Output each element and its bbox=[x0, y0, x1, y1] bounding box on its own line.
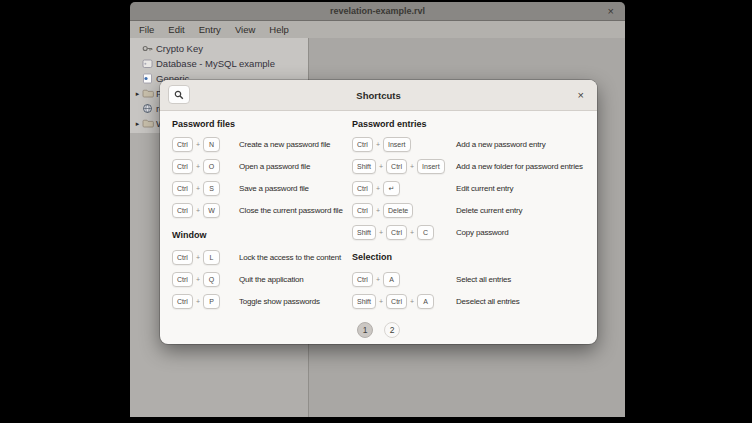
shortcut-description: Deselect all entries bbox=[456, 297, 520, 306]
shortcut-description: Edit current entry bbox=[456, 184, 513, 193]
expander-icon[interactable]: ▸ bbox=[133, 90, 142, 98]
plus-separator: + bbox=[410, 229, 414, 236]
key-ctrl: Ctrl bbox=[352, 137, 373, 152]
key-ctrl: Ctrl bbox=[172, 294, 193, 309]
plus-separator: + bbox=[196, 185, 200, 192]
shortcut-description: Select all entries bbox=[456, 275, 511, 284]
plus-separator: + bbox=[379, 298, 383, 305]
plus-separator: + bbox=[410, 163, 414, 170]
shortcuts-dialog: Shortcuts × Password filesCtrl+NCreate a… bbox=[160, 80, 597, 344]
shortcut-row: Ctrl+↵Edit current entry bbox=[352, 177, 585, 199]
key-ctrl: Ctrl bbox=[352, 181, 373, 196]
key-s: S bbox=[203, 181, 220, 196]
shortcut-row: Ctrl+QQuit the application bbox=[172, 268, 352, 290]
plus-separator: + bbox=[196, 207, 200, 214]
key-return: ↵ bbox=[383, 181, 400, 196]
shortcut-keys: Ctrl+Delete bbox=[352, 203, 451, 218]
expander-icon[interactable]: ▸ bbox=[133, 120, 142, 128]
shortcut-keys: Ctrl+P bbox=[172, 294, 234, 309]
shortcut-description: Copy password bbox=[456, 228, 509, 237]
section-title: Password entries bbox=[352, 119, 585, 129]
folder-icon bbox=[142, 118, 155, 129]
shortcut-description: Create a new password file bbox=[239, 140, 330, 149]
shortcut-keys: Ctrl+↵ bbox=[352, 181, 451, 196]
section-title: Window bbox=[172, 230, 352, 240]
dialog-header: Shortcuts × bbox=[160, 80, 597, 111]
menu-item-entry[interactable]: Entry bbox=[192, 24, 228, 35]
plus-separator: + bbox=[196, 141, 200, 148]
folder-icon bbox=[142, 88, 155, 99]
shortcut-keys: Ctrl+S bbox=[172, 181, 234, 196]
shortcut-row: Ctrl+InsertAdd a new password entry bbox=[352, 133, 585, 155]
key-shift: Shift bbox=[352, 294, 376, 309]
shortcut-row: Shift+Ctrl+CCopy password bbox=[352, 221, 585, 243]
key-insert: Insert bbox=[417, 159, 445, 174]
key-c: C bbox=[417, 225, 434, 240]
shortcut-description: Quit the application bbox=[239, 275, 304, 284]
card-icon bbox=[142, 58, 155, 69]
key-delete: Delete bbox=[383, 203, 413, 218]
key-a: A bbox=[383, 272, 400, 287]
tree-item[interactable]: Crypto Key bbox=[130, 41, 308, 56]
shortcut-description: Delete current entry bbox=[456, 206, 522, 215]
page-dot-1[interactable]: 1 bbox=[357, 322, 373, 338]
section-title: Password files bbox=[172, 119, 352, 129]
shortcut-row: Ctrl+DeleteDelete current entry bbox=[352, 199, 585, 221]
menu-item-edit[interactable]: Edit bbox=[161, 24, 191, 35]
generic-icon bbox=[142, 73, 155, 84]
dialog-body: Password filesCtrl+NCreate a new passwor… bbox=[160, 111, 597, 344]
key-ctrl: Ctrl bbox=[386, 159, 407, 174]
shortcut-description: Save a password file bbox=[239, 184, 309, 193]
plus-separator: + bbox=[376, 185, 380, 192]
shortcut-description: Add a new folder for password entries bbox=[456, 162, 583, 171]
shortcut-keys: Ctrl+Q bbox=[172, 272, 234, 287]
menu-item-file[interactable]: File bbox=[132, 24, 161, 35]
plus-separator: + bbox=[196, 254, 200, 261]
menu-item-view[interactable]: View bbox=[228, 24, 262, 35]
plus-separator: + bbox=[379, 163, 383, 170]
search-button[interactable] bbox=[168, 85, 190, 104]
menu-item-help[interactable]: Help bbox=[262, 24, 296, 35]
plus-separator: + bbox=[410, 298, 414, 305]
key-ctrl: Ctrl bbox=[172, 272, 193, 287]
key-p: P bbox=[203, 294, 220, 309]
tree-item-label: Crypto Key bbox=[156, 43, 203, 54]
shortcut-description: Lock the access to the content bbox=[239, 253, 341, 262]
shortcut-keys: Ctrl+Insert bbox=[352, 137, 451, 152]
search-icon bbox=[174, 90, 184, 100]
shortcut-row: Ctrl+SSave a password file bbox=[172, 177, 352, 199]
window-close-icon[interactable]: × bbox=[608, 6, 614, 17]
titlebar[interactable]: revelation-example.rvl × bbox=[130, 2, 625, 21]
shortcut-section: Password entriesCtrl+InsertAdd a new pas… bbox=[352, 119, 585, 243]
key-ctrl: Ctrl bbox=[386, 225, 407, 240]
tree-item-label: Database - MySQL example bbox=[156, 58, 275, 69]
key-ctrl: Ctrl bbox=[352, 272, 373, 287]
plus-separator: + bbox=[376, 207, 380, 214]
page-dot-2[interactable]: 2 bbox=[384, 322, 400, 338]
shortcut-keys: Ctrl+L bbox=[172, 250, 234, 265]
plus-separator: + bbox=[376, 276, 380, 283]
shortcut-row: Ctrl+PToggle show passwords bbox=[172, 290, 352, 312]
key-shift: Shift bbox=[352, 159, 376, 174]
shortcut-keys: Ctrl+A bbox=[352, 272, 451, 287]
tree-item[interactable]: Database - MySQL example bbox=[130, 56, 308, 71]
shortcut-keys: Ctrl+W bbox=[172, 203, 234, 218]
key-ctrl: Ctrl bbox=[172, 203, 193, 218]
shortcut-row: Ctrl+LLock the access to the content bbox=[172, 246, 352, 268]
shortcut-keys: Ctrl+N bbox=[172, 137, 234, 152]
shortcut-column: Password entriesCtrl+InsertAdd a new pas… bbox=[352, 117, 585, 312]
key-w: W bbox=[203, 203, 220, 218]
key-ctrl: Ctrl bbox=[386, 294, 407, 309]
window-title: revelation-example.rvl bbox=[330, 6, 425, 16]
shortcut-description: Close the current password file bbox=[239, 206, 343, 215]
shortcut-row: Ctrl+OOpen a password file bbox=[172, 155, 352, 177]
shortcut-row: Ctrl+NCreate a new password file bbox=[172, 133, 352, 155]
shortcut-column: Password filesCtrl+NCreate a new passwor… bbox=[172, 117, 352, 312]
dialog-close-icon[interactable]: × bbox=[578, 90, 584, 101]
key-ctrl: Ctrl bbox=[352, 203, 373, 218]
shortcut-row: Ctrl+WClose the current password file bbox=[172, 199, 352, 221]
shortcut-keys: Ctrl+O bbox=[172, 159, 234, 174]
dialog-title: Shortcuts bbox=[160, 90, 597, 101]
globe-icon bbox=[142, 103, 155, 114]
shortcut-columns: Password filesCtrl+NCreate a new passwor… bbox=[160, 111, 597, 312]
